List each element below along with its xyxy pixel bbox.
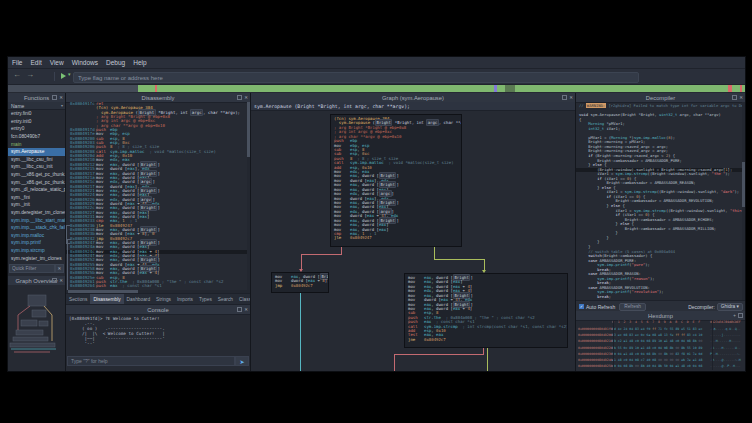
function-item[interactable]: entry.init0 — [8, 118, 65, 126]
menu-item-windows[interactable]: Windows — [68, 59, 102, 66]
debug-dropdown-icon[interactable]: ▾ — [68, 71, 71, 77]
add-icon[interactable]: + — [733, 314, 736, 318]
graph-node[interactable]: (fcn) sym.Aeropause 384 sym.Aeropause (B… — [330, 114, 462, 247]
seekbar-segment — [505, 85, 515, 92]
close-icon[interactable]: ✕ — [244, 96, 248, 100]
menu-item-view[interactable]: View — [46, 59, 68, 66]
function-item[interactable]: sym.imp.__stack_chk_fail — [8, 224, 65, 232]
address-seekbar[interactable] — [8, 85, 745, 92]
undock-icon[interactable] — [52, 95, 57, 100]
undock-icon[interactable] — [732, 95, 737, 100]
functions-column-header[interactable]: Name ▾ — [8, 102, 65, 110]
function-item[interactable]: entry0 — [8, 125, 65, 133]
tab-sections[interactable]: Sections — [66, 294, 90, 304]
forward-button[interactable]: → — [26, 70, 34, 79]
graph-title-text: Graph (sym.Aeropause) — [382, 95, 444, 101]
function-item[interactable]: main — [8, 140, 65, 148]
disassembly-listing[interactable]: 0x080491fcret(fcn) sym.Aeropause 384 sym… — [66, 102, 250, 290]
decompiler-engine-select[interactable]: Ghidra ▾ — [717, 303, 743, 311]
disasm-line[interactable]: 0x08049264pusheax ; const char *s1 — [70, 284, 250, 288]
graph-node-line: jmp0x80492c7 — [275, 284, 325, 288]
menu-bar: FileEditViewWindowsDebugHelp — [8, 57, 745, 69]
console-input[interactable] — [67, 356, 235, 366]
function-item[interactable]: sym.__x86.get_pc_thunk.bp — [8, 171, 65, 179]
function-item[interactable]: sym.register_tm_clones — [8, 254, 65, 262]
function-item[interactable]: sym.imp.__libc_start_main — [8, 216, 65, 224]
graph-overview-minimap — [8, 285, 65, 371]
menu-item-edit[interactable]: Edit — [26, 59, 45, 66]
decompiler-code[interactable]: // WARNING: [r2ghidra] Failed to match t… — [576, 102, 745, 300]
function-item[interactable]: sym.Aeropause — [8, 148, 65, 156]
console-send-icon[interactable]: ➤ — [235, 356, 249, 366]
functions-panel: Functions ✕ Name ▾ entry.fini0entry.init… — [8, 93, 66, 371]
tab-strings[interactable]: Strings — [153, 294, 174, 304]
function-item[interactable]: sym._dl_relocate_static_pie — [8, 186, 65, 194]
function-item[interactable]: sym.__libc_csu_fini — [8, 156, 65, 164]
tab-dashboard[interactable]: Dashboard — [124, 294, 153, 304]
hexdump-title-text: Hexdump — [648, 313, 673, 319]
tab-disassembly[interactable]: Disassembly — [90, 294, 123, 304]
function-item[interactable]: sym._fini — [8, 194, 65, 202]
quick-filter-input[interactable] — [9, 264, 55, 273]
function-item[interactable]: entry.fini0 — [8, 110, 65, 118]
menu-item-help[interactable]: Help — [129, 59, 150, 66]
close-icon[interactable]: ✕ — [569, 96, 573, 100]
graph-edge-unconditional — [300, 293, 301, 371]
graph-overview-canvas[interactable] — [8, 285, 65, 371]
graph-node-line: jle0x8049247 — [334, 236, 458, 240]
graph-edge-true — [434, 259, 485, 260]
decompiler-warning: // WARNING: [r2ghidra] Failed to match t… — [579, 104, 745, 109]
menu-item-file[interactable]: File — [8, 59, 26, 66]
function-item[interactable]: sym.imp.strcmp — [8, 247, 65, 255]
functions-title-text: Functions — [24, 95, 49, 101]
function-item[interactable]: sym.__x86.get_pc_thunk.bx — [8, 178, 65, 186]
function-item[interactable]: sym.deregister_tm_clones — [8, 209, 65, 217]
undock-icon[interactable] — [237, 95, 242, 100]
menu-item-debug[interactable]: Debug — [102, 59, 129, 66]
graph-panel: Graph (sym.Aeropause) ✕ sym.Aeropause (B… — [251, 93, 576, 371]
auto-refresh-checkbox[interactable]: ✓ — [579, 304, 584, 309]
tab-classes[interactable]: Classes — [236, 294, 250, 304]
graph-function-signature: sym.Aeropause (Bright *Bright, int argc,… — [251, 102, 575, 111]
tab-types[interactable]: Types — [196, 294, 215, 304]
back-button[interactable]: ← — [13, 70, 21, 79]
tab-search[interactable]: Search — [215, 294, 236, 304]
close-icon[interactable]: ✕ — [59, 279, 63, 283]
decompiler-line[interactable]: void sym.Aeropause(Bright *Bright, uint3… — [579, 113, 745, 118]
function-item[interactable]: sym.imp.malloc — [8, 232, 65, 240]
toolbar-separator — [54, 72, 55, 81]
toolbar: ← → ▾ — [8, 69, 745, 85]
function-item[interactable]: fcn.080490b7 — [8, 133, 65, 141]
close-icon[interactable]: ✕ — [739, 96, 743, 100]
filter-clear-icon[interactable]: ✕ — [55, 264, 64, 273]
hex-separator — [613, 320, 614, 370]
auto-refresh-label: Auto Refresh — [586, 304, 615, 310]
close-icon[interactable]: ✕ — [244, 308, 248, 312]
edge-arrowhead — [482, 270, 486, 273]
screen: { "colors": { "window_bg": "#262a33", "a… — [0, 0, 752, 423]
disassembly-vscrollbar[interactable] — [247, 102, 250, 290]
seekbar-segment — [138, 85, 745, 92]
undock-icon[interactable] — [562, 95, 567, 100]
close-icon[interactable]: ✕ — [59, 96, 63, 100]
decompiler-panel: Decompiler ✕ // WARNING: [r2ghidra] Fail… — [576, 93, 745, 371]
hexdump-row[interactable]: 0x0000000008049250c0 04 08 8b 00 8b 40 0… — [576, 363, 745, 369]
function-item[interactable]: sym.imp.printf — [8, 239, 65, 247]
hexdump-rows[interactable]: 0x00000000080491f08d 4c 24 04 83 e4 f0 f… — [576, 326, 745, 370]
decompiler-vscrollbar[interactable] — [742, 102, 745, 300]
function-item[interactable]: sym.__libc_csu_init — [8, 163, 65, 171]
undock-icon[interactable] — [738, 313, 743, 318]
tab-imports[interactable]: Imports — [174, 294, 196, 304]
omnibar-search-input[interactable] — [73, 72, 639, 83]
graph-node[interactable]: moveax, dword [Bright]moveax, dword [eax… — [404, 273, 568, 348]
graph-canvas[interactable]: (fcn) sym.Aeropause 384 sym.Aeropause (B… — [251, 111, 575, 371]
function-item[interactable]: sym._init — [8, 201, 65, 209]
graph-node[interactable]: moveax, dword [Bright]movdword [eax + 8]… — [271, 272, 329, 293]
refresh-button[interactable]: Refresh — [619, 303, 646, 311]
decompiler-line[interactable]: break; — [579, 295, 745, 300]
undock-icon[interactable] — [237, 307, 242, 312]
undock-icon[interactable] — [52, 278, 57, 283]
debug-start-icon[interactable] — [61, 73, 66, 79]
graph-overview-title-text: Graph Overview — [16, 278, 58, 284]
disassembly-title-text: Disassembly — [142, 95, 175, 101]
